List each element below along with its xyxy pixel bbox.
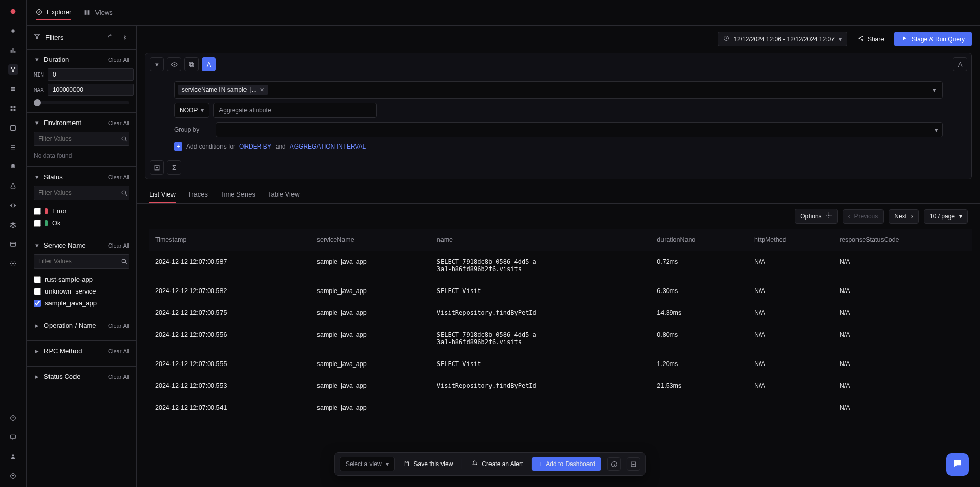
- chevron-right-icon[interactable]: ▸: [34, 347, 40, 355]
- status-search-input[interactable]: [34, 186, 119, 200]
- select-view-dropdown[interactable]: Select a view▾: [340, 457, 395, 471]
- status-clear[interactable]: Clear All: [108, 174, 129, 180]
- chevron-down-icon[interactable]: ▾: [34, 173, 40, 181]
- table-row[interactable]: 2024-12-12 12:07:00.555 sample_java_app …: [149, 353, 972, 375]
- nav-traces-icon[interactable]: [8, 64, 18, 75]
- nav-experiments-icon[interactable]: [8, 181, 18, 191]
- nav-feedback-icon[interactable]: [8, 432, 18, 442]
- nav-list-icon[interactable]: [8, 142, 18, 152]
- page-size-select[interactable]: 10 / page▾: [924, 209, 968, 224]
- col-timestamp[interactable]: Timestamp: [149, 229, 311, 251]
- refresh-icon[interactable]: [106, 33, 115, 42]
- svc-item-rust[interactable]: rust-sample-app: [34, 274, 129, 285]
- status-item-ok[interactable]: Ok: [34, 217, 129, 229]
- order-by-link[interactable]: ORDER BY: [239, 143, 272, 150]
- nav-settings-icon[interactable]: [8, 258, 18, 269]
- duration-clear[interactable]: Clear All: [108, 57, 129, 63]
- nav-logs-icon[interactable]: [8, 84, 18, 94]
- time-range-picker[interactable]: 12/12/2024 12:06 - 12/12/2024 12:07 ▾: [718, 32, 847, 46]
- nav-account-icon[interactable]: [8, 471, 18, 481]
- svc-java-checkbox[interactable]: [34, 300, 41, 307]
- chip-remove-icon[interactable]: ✕: [260, 87, 264, 93]
- col-servicename[interactable]: serviceName: [311, 229, 431, 251]
- nav-infra-icon[interactable]: [8, 103, 18, 113]
- query-show-button[interactable]: [167, 57, 181, 71]
- status-error-checkbox[interactable]: [34, 208, 41, 215]
- status-ok-checkbox[interactable]: [34, 220, 41, 227]
- filter-chip-input[interactable]: serviceName IN sample_j... ✕ ▾: [174, 81, 943, 99]
- export-button[interactable]: [627, 457, 640, 471]
- nav-bug-icon[interactable]: [8, 200, 18, 210]
- aggregation-op-select[interactable]: NOOP▾: [174, 103, 209, 118]
- service-name-clear[interactable]: Clear All: [108, 242, 129, 249]
- col-responsecode[interactable]: responseStatusCode: [834, 229, 972, 251]
- nav-dashboards-icon[interactable]: [8, 123, 18, 133]
- table-row[interactable]: 2024-12-12 12:07:00.556 sample_java_app …: [149, 324, 972, 353]
- chevron-right-icon[interactable]: ▸: [34, 322, 40, 329]
- col-duration[interactable]: durationNano: [651, 229, 748, 251]
- brand-logo-icon[interactable]: [8, 6, 18, 16]
- tab-explorer[interactable]: Explorer: [36, 5, 71, 20]
- nav-compass-icon[interactable]: [8, 26, 18, 36]
- collapse-panel-icon[interactable]: [120, 33, 129, 42]
- nav-billing-icon[interactable]: [8, 239, 18, 249]
- query-badge-alt[interactable]: A: [953, 57, 967, 71]
- nav-help-icon[interactable]: ?: [8, 412, 18, 423]
- svc-item-java[interactable]: sample_java_app: [34, 297, 129, 309]
- search-icon[interactable]: [119, 186, 129, 200]
- info-button[interactable]: [607, 457, 621, 471]
- run-query-button[interactable]: Stage & Run Query: [894, 32, 972, 46]
- nav-layers-icon[interactable]: [8, 220, 18, 230]
- group-by-input[interactable]: ▾: [216, 122, 943, 137]
- min-input[interactable]: [48, 68, 134, 81]
- table-row[interactable]: 2024-12-12 12:07:00.575 sample_java_app …: [149, 302, 972, 324]
- share-button[interactable]: Share: [852, 32, 889, 46]
- table-row[interactable]: 2024-12-12 12:07:00.553 sample_java_app …: [149, 375, 972, 397]
- add-to-dashboard-button[interactable]: +Add to Dashboard: [532, 457, 601, 471]
- nav-users-icon[interactable]: [8, 451, 18, 461]
- previous-button[interactable]: ‹Previous: [843, 209, 884, 224]
- create-alert-button[interactable]: Create an Alert: [469, 458, 526, 470]
- search-icon[interactable]: [119, 132, 129, 146]
- duration-slider[interactable]: [34, 101, 129, 104]
- chevron-right-icon[interactable]: ▸: [34, 373, 40, 380]
- chevron-down-icon[interactable]: ▾: [34, 119, 40, 127]
- svc-unknown-checkbox[interactable]: [34, 288, 41, 295]
- chevron-down-icon[interactable]: ▾: [34, 56, 40, 63]
- options-button[interactable]: Options: [795, 209, 837, 224]
- view-tab-time-series[interactable]: Time Series: [220, 186, 255, 203]
- next-button[interactable]: Next›: [889, 209, 919, 224]
- view-tab-list[interactable]: List View: [149, 186, 176, 203]
- aggregation-interval-link[interactable]: AGGREGATION INTERVAL: [290, 143, 366, 150]
- query-badge-a[interactable]: A: [202, 57, 216, 71]
- save-view-button[interactable]: Save this view: [401, 458, 456, 470]
- service-name-search-input[interactable]: [34, 254, 119, 269]
- status-item-error[interactable]: Error: [34, 205, 129, 217]
- svc-item-unknown[interactable]: unknown_service: [34, 285, 129, 297]
- operation-clear[interactable]: Clear All: [108, 323, 129, 329]
- query-copy-button[interactable]: [184, 57, 199, 71]
- add-condition-button[interactable]: +: [174, 142, 182, 151]
- add-formula-button[interactable]: Σ: [167, 160, 181, 175]
- add-query-button[interactable]: [150, 160, 164, 175]
- table-row[interactable]: 2024-12-12 12:07:00.541 sample_java_app …: [149, 397, 972, 419]
- tab-views[interactable]: Views: [84, 5, 112, 20]
- nav-barchart-icon[interactable]: [8, 45, 18, 55]
- status-code-clear[interactable]: Clear All: [108, 374, 129, 380]
- view-tab-table[interactable]: Table View: [267, 186, 300, 203]
- svc-rust-checkbox[interactable]: [34, 276, 41, 283]
- chat-fab[interactable]: [946, 453, 969, 476]
- table-row[interactable]: 2024-12-12 12:07:00.582 sample_java_app …: [149, 280, 972, 302]
- max-input[interactable]: [48, 84, 134, 96]
- environment-clear[interactable]: Clear All: [108, 120, 129, 126]
- col-httpmethod[interactable]: httpMethod: [748, 229, 834, 251]
- rpc-clear[interactable]: Clear All: [108, 348, 129, 354]
- nav-alerts-icon[interactable]: [8, 161, 18, 172]
- environment-search-input[interactable]: [34, 132, 119, 146]
- search-icon[interactable]: [119, 254, 129, 269]
- chevron-down-icon[interactable]: ▾: [34, 241, 40, 249]
- aggregate-attr-input[interactable]: Aggregate attribute: [213, 103, 377, 118]
- col-name[interactable]: name: [431, 229, 651, 251]
- query-collapse-button[interactable]: ▾: [150, 57, 164, 71]
- view-tab-traces[interactable]: Traces: [188, 186, 208, 203]
